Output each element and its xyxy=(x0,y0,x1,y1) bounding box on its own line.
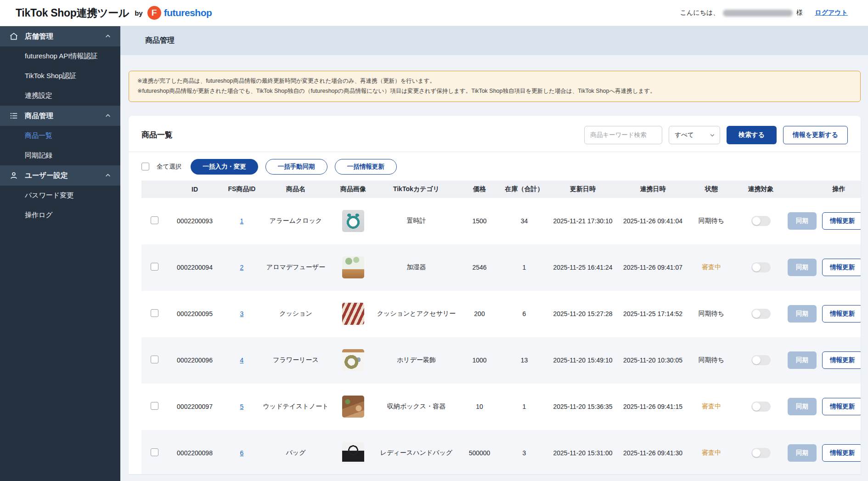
table-row: 0002200098 6 バッグ レディースハンドバッグ 500000 3 20… xyxy=(141,430,861,474)
app-title-by: by xyxy=(135,9,143,17)
table-row: 0002200097 5 ウッドテイストノート 収納ボックス・容器 10 1 2… xyxy=(141,384,861,430)
table-header-row: ID FS商品ID 商品名 商品画像 TikTokカテゴリ 価格 在庫（合計） … xyxy=(141,181,861,198)
linked-datetime: 2025-11-26 09:41:04 xyxy=(620,217,686,225)
status-label: 審査中 xyxy=(686,402,737,411)
link-target-toggle[interactable] xyxy=(751,402,771,412)
tiktok-category: レディースハンドバッグ xyxy=(376,449,457,457)
stock-total: 3 xyxy=(502,449,546,457)
sync-button[interactable]: 同期 xyxy=(788,398,817,415)
sidebar-item-futureshop-api-auth[interactable]: futureshop API情報認証 xyxy=(0,46,120,66)
price: 10 xyxy=(457,403,502,410)
update-info-button[interactable]: 情報更新 xyxy=(822,305,861,323)
product-id: 0002200093 xyxy=(167,217,222,225)
user-greeting: こんにちは、 様 xyxy=(680,9,803,17)
sync-button[interactable]: 同期 xyxy=(788,305,817,323)
sidebar-section-user-settings[interactable]: ユーザー設定 xyxy=(0,165,120,186)
sync-button[interactable]: 同期 xyxy=(788,259,817,276)
row-checkbox[interactable] xyxy=(151,309,158,317)
page-title: 商品管理 xyxy=(145,36,175,45)
toggle-knob xyxy=(752,263,761,272)
status-label: 審査中 xyxy=(686,263,737,272)
notice-line-2: ※futureshop商品情報が更新された場合でも、TikTok Shop独自の… xyxy=(137,86,852,96)
select-all-checkbox[interactable] xyxy=(141,163,149,170)
update-info-button[interactable]: 情報更新 xyxy=(822,212,861,230)
link-target-toggle[interactable] xyxy=(751,262,771,272)
search-input[interactable] xyxy=(584,126,662,144)
fs-product-id-link[interactable]: 6 xyxy=(240,449,244,457)
tiktok-category: 加湿器 xyxy=(376,263,457,272)
link-target-toggle[interactable] xyxy=(751,216,771,226)
sidebar-item-link-settings[interactable]: 連携設定 xyxy=(0,86,120,106)
product-name: バッグ xyxy=(261,449,330,457)
futureshop-logo-icon: F xyxy=(147,6,161,20)
sidebar-section-label: 商品管理 xyxy=(25,111,105,121)
bulk-edit-button[interactable]: 一括入力・変更 xyxy=(191,159,258,175)
row-checkbox[interactable] xyxy=(151,356,158,363)
product-image xyxy=(342,303,364,325)
list-icon xyxy=(9,111,18,120)
sync-button[interactable]: 同期 xyxy=(788,444,817,462)
sidebar-section-product-management[interactable]: 商品管理 xyxy=(0,106,120,126)
notice-line-1: ※連携が完了した商品は、futureshop商品情報の最終更新時間が変更された場… xyxy=(137,76,852,86)
logout-link[interactable]: ログアウト xyxy=(815,9,848,17)
tiktok-category: 置時計 xyxy=(376,217,457,225)
status-label: 同期待ち xyxy=(686,217,737,225)
product-image xyxy=(342,256,364,278)
notice-banner: ※連携が完了した商品は、futureshop商品情報の最終更新時間が変更された場… xyxy=(129,71,861,102)
row-checkbox[interactable] xyxy=(151,263,158,271)
fs-product-id-link[interactable]: 5 xyxy=(240,403,244,410)
bulk-info-update-button[interactable]: 一括情報更新 xyxy=(335,159,397,175)
fs-product-id-link[interactable]: 2 xyxy=(240,264,244,271)
toggle-knob xyxy=(752,310,761,318)
page-title-band: 商品管理 xyxy=(120,26,868,55)
col-header-id: ID xyxy=(167,186,222,193)
row-checkbox[interactable] xyxy=(151,216,158,224)
update-info-button[interactable]: 情報更新 xyxy=(822,398,861,415)
update-info-button[interactable]: 情報更新 xyxy=(822,351,861,369)
fs-product-id-link[interactable]: 1 xyxy=(240,217,244,225)
row-checkbox[interactable] xyxy=(151,448,158,456)
col-header-updated: 更新日時 xyxy=(546,185,620,193)
user-icon xyxy=(9,171,18,180)
filter-select[interactable]: すべて xyxy=(669,126,720,144)
price: 500000 xyxy=(457,449,502,457)
sync-button[interactable]: 同期 xyxy=(788,351,817,369)
product-id: 0002200097 xyxy=(167,403,222,410)
col-header-actions: 操作 xyxy=(785,185,861,193)
sidebar-item-tiktok-shop-auth[interactable]: TikTok Shop認証 xyxy=(0,66,120,86)
col-header-category: TikTokカテゴリ xyxy=(376,185,457,193)
product-image xyxy=(342,349,364,371)
link-target-toggle[interactable] xyxy=(751,448,771,458)
refresh-info-button[interactable]: 情報を更新する xyxy=(783,126,848,144)
updated-datetime: 2025-11-20 15:31:00 xyxy=(546,449,620,457)
sidebar-item-operation-log[interactable]: 操作ログ xyxy=(0,205,120,225)
sync-button[interactable]: 同期 xyxy=(788,212,817,230)
row-checkbox[interactable] xyxy=(151,402,158,410)
fs-product-id-link[interactable]: 3 xyxy=(240,310,244,317)
price: 2546 xyxy=(457,264,502,271)
col-header-stock: 在庫（合計） xyxy=(502,185,546,193)
sidebar-item-product-list[interactable]: 商品一覧 xyxy=(0,126,120,146)
sidebar-item-password-change[interactable]: パスワード変更 xyxy=(0,186,120,205)
update-info-button[interactable]: 情報更新 xyxy=(822,444,861,462)
col-header-link-target: 連携対象 xyxy=(737,185,785,193)
price: 1000 xyxy=(457,357,502,364)
col-header-price: 価格 xyxy=(457,185,502,193)
sidebar: 店舗管理 futureshop API情報認証 TikTok Shop認証 連携… xyxy=(0,26,120,481)
select-all-label: 全て選択 xyxy=(157,163,181,171)
app-brand: TikTok Shop連携ツール by F futureshop xyxy=(16,6,212,20)
sidebar-section-store-management[interactable]: 店舗管理 xyxy=(0,26,120,46)
filter-select-value: すべて xyxy=(675,131,693,139)
link-target-toggle[interactable] xyxy=(751,355,771,365)
link-target-toggle[interactable] xyxy=(751,309,771,319)
tiktok-category: クッションとアクセサリー xyxy=(376,310,457,318)
bulk-manual-sync-button[interactable]: 一括手動同期 xyxy=(265,159,327,175)
fs-product-id-link[interactable]: 4 xyxy=(240,357,244,364)
stock-total: 1 xyxy=(502,403,546,410)
search-button[interactable]: 検索する xyxy=(727,126,777,144)
product-id: 0002200095 xyxy=(167,310,222,317)
update-info-button[interactable]: 情報更新 xyxy=(822,259,861,276)
updated-datetime: 2025-11-20 15:36:35 xyxy=(546,403,620,410)
sidebar-item-sync-history[interactable]: 同期記録 xyxy=(0,146,120,165)
toggle-knob xyxy=(752,449,761,457)
